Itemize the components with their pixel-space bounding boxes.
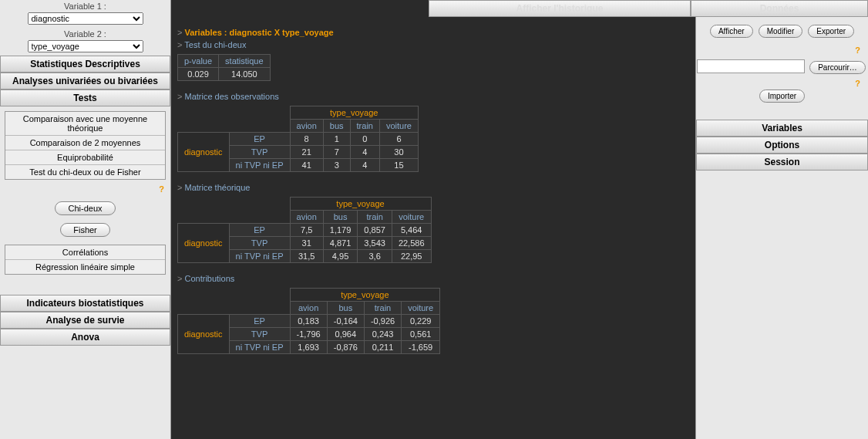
menu-correlations[interactable]: Corrélations — [5, 245, 165, 260]
chi2-pvalue-header: p-value — [178, 55, 219, 68]
help-icon-data[interactable]: ? — [696, 46, 868, 55]
variable-1-select[interactable]: diagnostic — [28, 12, 143, 25]
chi2-stat: 14.050 — [219, 68, 271, 81]
section-anova[interactable]: Anova — [0, 329, 170, 346]
variable-2-select[interactable]: type_voyage — [28, 40, 143, 52]
chi2-pvalue: 0.029 — [178, 68, 219, 81]
menu-regression[interactable]: Régression linéaire simple — [5, 260, 165, 274]
contributions-matrix: type_voyage avionbustrainvoiture diagnos… — [177, 288, 440, 354]
menu-chi2-fisher[interactable]: Test du chi-deux ou de Fisher — [5, 165, 165, 179]
main-output: Afficher l'historique Données > Variable… — [171, 0, 695, 439]
section-analyses[interactable]: Analyses univariées ou bivariées — [0, 73, 170, 89]
variables-header[interactable]: Variables — [696, 120, 868, 137]
exporter-button[interactable]: Exporter — [808, 25, 854, 38]
session-header[interactable]: Session — [696, 154, 868, 171]
chi2-test-label: > Test du chi-deux — [177, 40, 689, 49]
chi2-result-table: p-valuestatistique 0.02914.050 — [177, 54, 271, 81]
afficher-historique-header[interactable]: Afficher l'historique — [429, 0, 691, 17]
help-icon-tests[interactable]: ? — [0, 184, 170, 194]
chi2-stat-header: statistique — [219, 55, 271, 68]
modifier-button[interactable]: Modifier — [759, 25, 803, 38]
file-path-input[interactable] — [697, 59, 805, 73]
obs-matrix-label: > Matrice des observations — [177, 92, 689, 101]
section-stats-desc[interactable]: Statistiques Descriptives — [0, 56, 170, 73]
sidebar-left: Variable 1 : diagnostic Variable 2 : typ… — [0, 0, 171, 439]
theorique-matrix-label: > Matrice théorique — [177, 183, 689, 192]
section-biostat[interactable]: Indicateurs biostatistiques — [0, 295, 170, 312]
menu-comp-2-moyennes[interactable]: Comparaison de 2 moyennes — [5, 136, 165, 150]
afficher-button[interactable]: Afficher — [710, 25, 753, 38]
variable-1-label: Variable 1 : — [0, 0, 170, 12]
section-survie[interactable]: Analyse de survie — [0, 312, 170, 329]
observation-matrix: type_voyage avionbustrainvoiture diagnos… — [177, 106, 419, 172]
tests-menu: Comparaison avec une moyenne théorique C… — [5, 111, 166, 180]
options-header[interactable]: Options — [696, 137, 868, 154]
variable-2-label: Variable 2 : — [0, 28, 170, 40]
parcourir-button[interactable]: Parcourir… — [809, 61, 866, 74]
section-tests[interactable]: Tests — [0, 89, 170, 106]
output-title: > Variables : diagnostic X type_voyage — [177, 28, 689, 37]
theorique-matrix: type_voyage avionbustrainvoiture diagnos… — [177, 197, 432, 263]
fisher-button[interactable]: Fisher — [60, 223, 110, 237]
sidebar-right: Afficher Modifier Exporter ? Parcourir… … — [695, 0, 868, 439]
importer-button[interactable]: Importer — [759, 89, 805, 103]
chi-deux-button[interactable]: Chi-deux — [55, 201, 115, 215]
menu-equiprobabilite[interactable]: Equiprobabilité — [5, 150, 165, 165]
correlations-box: Corrélations Régression linéaire simple — [5, 245, 166, 275]
donnees-header[interactable]: Données — [691, 0, 695, 17]
menu-comp-theorique[interactable]: Comparaison avec une moyenne théorique — [5, 112, 165, 136]
contributions-label: > Contributions — [177, 274, 689, 283]
help-icon-import[interactable]: ? — [696, 79, 868, 88]
